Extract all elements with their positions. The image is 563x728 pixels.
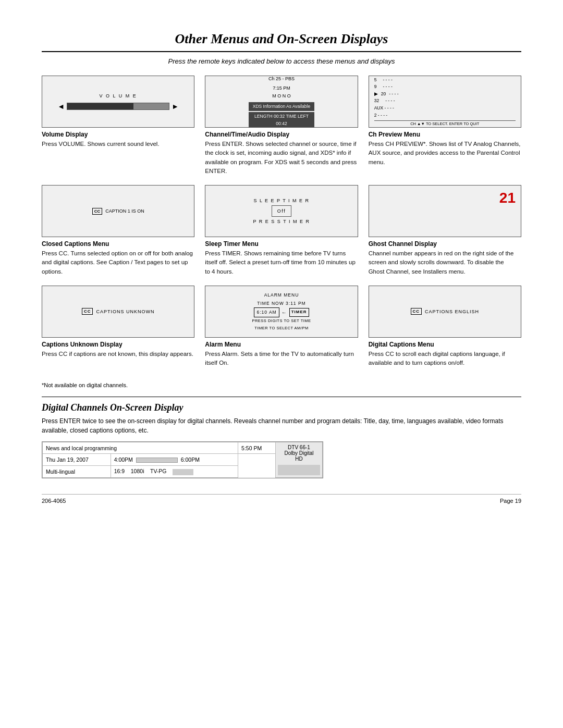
cc-caption-text: CAPTION 1 IS ON bbox=[105, 208, 144, 214]
ch-preview-row3-active: ▶20- - - - bbox=[374, 91, 516, 98]
digital-row2-times: 4:00PM 6:00PM bbox=[111, 454, 238, 465]
channel-time-display-box: Ch 25 - PBS 7:15 PM M O N O XDS Informat… bbox=[205, 76, 358, 128]
length-bar: LENGTH 00:32 TIME LEFT 00:42 bbox=[249, 112, 314, 128]
ch-preview-desc: Press CH PREVIEW*. Shows list of TV Anal… bbox=[369, 140, 521, 167]
channel-time-display-cell: Ch 25 - PBS 7:15 PM M O N O XDS Informat… bbox=[205, 76, 358, 176]
captions-unknown-display-box: CC CAPTIONS UNKNOWN bbox=[42, 286, 194, 338]
digital-dolby: Dolby Digital bbox=[278, 450, 320, 456]
digital-row1-time: 5:50 PM bbox=[238, 442, 276, 454]
cc-english-badge: CC bbox=[411, 308, 422, 315]
ghost-channel-display-box: 21 bbox=[369, 185, 521, 237]
alarm-menu-title: ALARM MENU bbox=[264, 291, 299, 299]
digital-progress-bar bbox=[136, 458, 178, 463]
digital-row3-aspect: 16:9 bbox=[114, 468, 125, 474]
ch-preview-aux: AUX - - - - bbox=[374, 105, 516, 112]
page-title: Other Menus and On-Screen Displays bbox=[42, 31, 521, 52]
digital-row3-specs: 16:9 1080i TV-PG bbox=[111, 465, 238, 478]
ch-preview-row1: 5- - - - bbox=[374, 77, 516, 84]
footnote: *Not available on digital channels. bbox=[42, 382, 521, 388]
alarm-menu-desc: Press Alarm. Sets a time for the TV to a… bbox=[205, 350, 358, 368]
captions-unknown-indicator: CC CAPTIONS UNKNOWN bbox=[82, 308, 155, 315]
page-subtitle: Press the remote keys indicated below to… bbox=[42, 57, 521, 65]
closed-captions-display-cell: CC CAPTION 1 IS ON Closed Captions Menu … bbox=[42, 185, 194, 276]
alarm-instruction1: PRESS DIGITS TO SET TIME bbox=[252, 317, 311, 325]
sleep-timer-indicator: S L E E P T I M E R Off P R E S S T I M … bbox=[253, 196, 310, 226]
digital-row2-start: 4:00PM bbox=[114, 456, 133, 463]
digital-row-right: DTV 66-1 Dolby Digital HD bbox=[276, 442, 323, 478]
volume-bar-fill bbox=[67, 103, 133, 109]
ch-preview-footer: CH ▲▼ TO SELECT. ENTER TO QUIT bbox=[374, 120, 516, 127]
ch-preview-row2: 9- - - - bbox=[374, 83, 516, 91]
digital-row2-date: Thu Jan 19, 2007 bbox=[43, 454, 111, 465]
ch-preview-title: Ch Preview Menu bbox=[369, 131, 521, 138]
volume-display-cell: V O L U M E ◄ ► Volume Display Press VOL… bbox=[42, 76, 194, 176]
sleep-timer-display-cell: S L E E P T I M E R Off P R E S S T I M … bbox=[205, 185, 358, 276]
digital-channel-table: News and local programming 5:50 PM DTV 6… bbox=[42, 442, 323, 478]
volume-label: V O L U M E bbox=[100, 93, 137, 98]
footer-page: Page 19 bbox=[500, 498, 521, 504]
alarm-menu-time-now: TIME NOW 3:11 PM bbox=[257, 300, 305, 307]
digital-row3-rating: TV-PG bbox=[150, 468, 167, 474]
ch-preview-display-box: CHANNEL PREVIEW 5- - - - 9- - - - ▶20- -… bbox=[369, 76, 521, 128]
digital-section: Digital Channels On-Screen Display Press… bbox=[42, 402, 521, 478]
volume-bar bbox=[67, 103, 169, 110]
captions-unknown-text: CAPTIONS UNKNOWN bbox=[96, 309, 154, 314]
alarm-menu-display-cell: ALARM MENU TIME NOW 3:11 PM 6:10 AM ← TI… bbox=[205, 286, 358, 368]
alarm-enter-box: TIMER bbox=[289, 308, 309, 316]
digital-captions-desc: Press CC to scroll each digital captions… bbox=[369, 350, 521, 368]
digital-captions-display-cell: CC CAPTIONS ENGLISH Digital Captions Men… bbox=[369, 286, 521, 368]
digital-row3-lang: Multi-lingual bbox=[43, 465, 111, 478]
volume-bar-container: ◄ ► bbox=[57, 103, 179, 110]
alarm-instruction2: TIMER TO SELECT AM/PM bbox=[254, 325, 308, 332]
digital-hd: HD bbox=[278, 456, 320, 462]
channel-time-ch: Ch 25 - PBS bbox=[268, 76, 295, 83]
digital-captions-text: CAPTIONS ENGLISH bbox=[425, 309, 479, 314]
cc-unknown-badge: CC bbox=[82, 308, 93, 315]
digital-dtv: DTV 66-1 bbox=[278, 445, 320, 450]
xds-bar: XDS Information As Available bbox=[249, 102, 314, 110]
volume-arrow-right: ► bbox=[172, 103, 179, 110]
digital-captions-title: Digital Captions Menu bbox=[369, 341, 521, 348]
sleep-timer-desc: Press TIMER. Shows remaining time before… bbox=[205, 249, 358, 276]
sleep-timer-title: Sleep Timer Menu bbox=[205, 240, 358, 248]
digital-row3-blank bbox=[173, 469, 193, 475]
digital-channel-display: News and local programming 5:50 PM DTV 6… bbox=[42, 441, 323, 478]
alarm-time-value: 6:10 AM bbox=[254, 307, 279, 317]
page-footer: 206-4065 Page 19 bbox=[42, 494, 521, 504]
closed-captions-title: Closed Captions Menu bbox=[42, 240, 194, 248]
displays-grid: V O L U M E ◄ ► Volume Display Press VOL… bbox=[42, 76, 521, 377]
sleep-timer-label: S L E E P T I M E R bbox=[253, 196, 309, 205]
digital-table-row1: News and local programming 5:50 PM DTV 6… bbox=[43, 442, 323, 454]
digital-section-desc: Press ENTER twice to see the on-screen d… bbox=[42, 416, 521, 435]
alarm-menu-display-box: ALARM MENU TIME NOW 3:11 PM 6:10 AM ← TI… bbox=[205, 286, 358, 338]
volume-display-title: Volume Display bbox=[42, 131, 194, 138]
captions-unknown-title: Captions Unknown Display bbox=[42, 341, 194, 348]
alarm-arrow: ← bbox=[282, 308, 287, 317]
closed-captions-display-box: CC CAPTION 1 IS ON bbox=[42, 185, 194, 237]
closed-captions-desc: Press CC. Turns selected option on or of… bbox=[42, 249, 194, 276]
channel-time-title: Channel/Time/Audio Display bbox=[205, 131, 358, 138]
digital-section-title: Digital Channels On-Screen Display bbox=[42, 402, 521, 413]
ch-preview-indicator: CHANNEL PREVIEW 5- - - - 9- - - - ▶20- -… bbox=[369, 76, 521, 128]
digital-row3-resolution: 1080i bbox=[131, 468, 144, 474]
digital-blank-box bbox=[278, 465, 320, 475]
ghost-channel-display-cell: 21 Ghost Channel Display Channel number … bbox=[369, 185, 521, 276]
digital-captions-indicator: CC CAPTIONS ENGLISH bbox=[411, 308, 480, 315]
digital-row2-end: 6:00PM bbox=[181, 456, 200, 463]
ghost-channel-title: Ghost Channel Display bbox=[369, 240, 521, 248]
digital-captions-display-box: CC CAPTIONS ENGLISH bbox=[369, 286, 521, 338]
section-divider bbox=[42, 397, 521, 397]
volume-arrow-left: ◄ bbox=[57, 103, 65, 110]
cc-badge: CC bbox=[92, 208, 103, 215]
sleep-press-timer: P R E S S T I M E R bbox=[253, 217, 310, 226]
cc-caption-indicator: CC CAPTION 1 IS ON bbox=[92, 208, 144, 215]
volume-display-box: V O L U M E ◄ ► bbox=[42, 76, 194, 128]
alarm-menu-indicator: ALARM MENU TIME NOW 3:11 PM 6:10 AM ← TI… bbox=[252, 291, 311, 331]
ghost-channel-number: 21 bbox=[499, 190, 516, 206]
digital-progress-bar-container bbox=[136, 456, 179, 463]
digital-row1-program: News and local programming bbox=[43, 442, 238, 454]
volume-display-desc: Press VOLUME. Shows current sound level. bbox=[42, 140, 194, 149]
sleep-timer-display-box: S L E E P T I M E R Off P R E S S T I M … bbox=[205, 185, 358, 237]
channel-time-indicator: Ch 25 - PBS 7:15 PM M O N O XDS Informat… bbox=[245, 76, 317, 128]
volume-indicator: V O L U M E ◄ ► bbox=[57, 93, 179, 110]
